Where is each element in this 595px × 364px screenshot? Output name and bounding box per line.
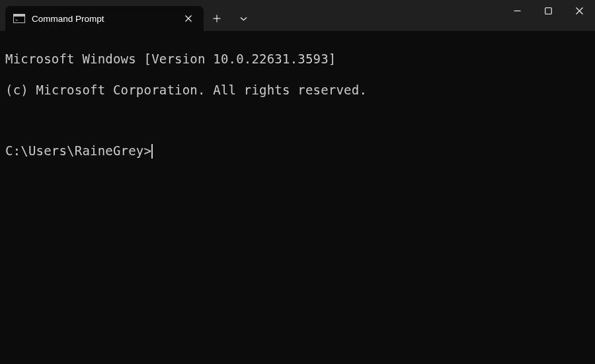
- tab-title: Command Prompt: [32, 14, 175, 24]
- maximize-button[interactable]: [533, 0, 564, 21]
- svg-rect-8: [545, 7, 551, 13]
- terminal-cursor: [151, 144, 153, 159]
- terminal-icon: >_: [13, 14, 25, 23]
- svg-text:>_: >_: [15, 18, 21, 23]
- tab-command-prompt[interactable]: >_ Command Prompt: [5, 6, 204, 31]
- terminal-prompt-line: C:\Users\RaineGrey>: [5, 143, 590, 159]
- tab-close-button[interactable]: [181, 11, 196, 26]
- window-titlebar: >_ Command Prompt: [0, 0, 595, 31]
- terminal-prompt: C:\Users\RaineGrey>: [5, 143, 151, 159]
- minimize-button[interactable]: [502, 0, 533, 21]
- close-button[interactable]: [564, 0, 595, 21]
- window-controls: [502, 0, 595, 31]
- terminal-line: (c) Microsoft Corporation. All rights re…: [5, 83, 590, 98]
- svg-rect-1: [14, 15, 25, 17]
- terminal-viewport[interactable]: Microsoft Windows [Version 10.0.22631.35…: [0, 31, 595, 364]
- tab-actions: [204, 6, 257, 31]
- new-tab-button[interactable]: [204, 6, 230, 31]
- terminal-line: Microsoft Windows [Version 10.0.22631.35…: [5, 52, 590, 67]
- terminal-blank-line: [5, 113, 590, 128]
- tab-dropdown-button[interactable]: [230, 6, 257, 31]
- tab-strip: >_ Command Prompt: [0, 6, 257, 31]
